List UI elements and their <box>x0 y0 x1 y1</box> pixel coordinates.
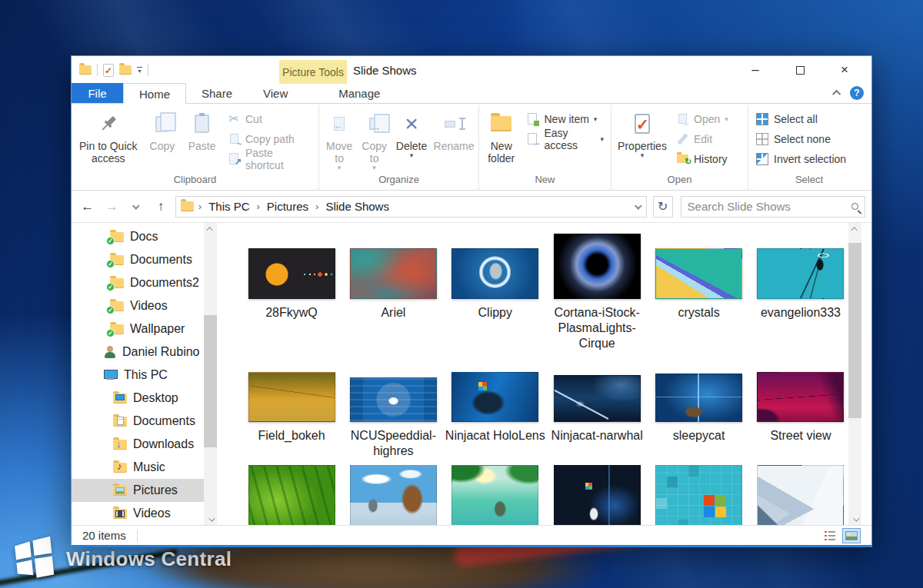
cut-button[interactable]: ✂ Cut <box>227 110 312 128</box>
file-item[interactable]: Cortana-iStock-PlasmaLights-Cirque <box>547 233 647 351</box>
paste-button[interactable]: Paste <box>182 107 222 152</box>
copy-button[interactable]: Copy <box>143 107 182 152</box>
file-item[interactable]: Ninjacat-narwhal <box>547 372 647 459</box>
search-input[interactable] <box>688 200 851 213</box>
sidebar-item-videos-onedrive[interactable]: ✓ Videos <box>72 294 204 317</box>
status-bar: 20 items <box>72 525 871 545</box>
sidebar-item-wallpaper[interactable]: ✓ Wallpaper <box>72 317 204 341</box>
sidebar-item-this-pc[interactable]: This PC <box>72 364 204 387</box>
copy-path-button[interactable]: ~ Copy path <box>227 130 312 148</box>
sidebar-item-desktop[interactable]: Desktop <box>72 387 204 410</box>
tab-home[interactable]: Home <box>123 83 186 104</box>
sidebar-item-user-profile[interactable]: Daniel Rubino <box>72 341 204 364</box>
file-item[interactable] <box>751 465 848 525</box>
qat-new-folder-button[interactable] <box>119 65 132 75</box>
close-button[interactable]: × <box>822 56 867 84</box>
tab-file[interactable]: File <box>72 83 123 103</box>
properties-button[interactable]: ✓ Properties ▾ <box>614 107 671 158</box>
search-icon[interactable] <box>851 203 858 210</box>
main-scrollbar[interactable] <box>848 223 861 525</box>
move-to-button[interactable]: ← Move to ▾ <box>322 107 357 171</box>
edit-icon <box>675 132 689 146</box>
sidebar-item-videos-pc[interactable]: Videos <box>72 502 204 525</box>
scrollbar-thumb[interactable] <box>204 315 217 447</box>
delete-button[interactable]: × Delete ▾ <box>392 107 432 158</box>
tab-share[interactable]: Share <box>186 83 248 103</box>
new-item-button[interactable]: New item ▾ <box>525 110 604 128</box>
back-button[interactable]: ← <box>78 197 98 217</box>
breadcrumb-chevron[interactable]: › <box>197 201 203 212</box>
scroll-up-button[interactable] <box>848 223 861 234</box>
file-item[interactable] <box>445 465 545 525</box>
content-area: ✓ Docs ✓ Documents ✓ Documents2 ✓ Videos… <box>72 223 871 525</box>
edit-button[interactable]: Edit <box>675 130 728 148</box>
breadcrumb-chevron[interactable]: › <box>255 201 262 212</box>
help-button[interactable]: ? <box>850 86 864 100</box>
file-item[interactable] <box>343 465 443 525</box>
invert-selection-button[interactable]: Invert selection <box>755 150 846 168</box>
file-item[interactable]: sleepycat <box>649 372 749 459</box>
sidebar-scrollbar[interactable] <box>204 223 217 525</box>
sync-check-badge: ✓ <box>106 237 115 245</box>
file-item[interactable]: crystals <box>649 233 749 351</box>
organize-group: ← Move to ▾ → Copy to ▾ × Delete ▾ <box>319 105 479 190</box>
sidebar-item-music[interactable]: ♪ Music <box>72 456 204 479</box>
file-item[interactable]: 28FkywQ <box>242 233 342 351</box>
file-item[interactable] <box>242 465 342 525</box>
chevron-down-icon: ▾ <box>641 152 645 158</box>
file-row: 28FkywQ Ariel Clippy Cortana-iStock-Plas… <box>242 233 848 351</box>
file-item[interactable] <box>547 465 647 525</box>
sidebar-item-downloads[interactable]: ↓ Downloads <box>72 433 204 456</box>
file-item[interactable]: Ninjacat HoloLens <box>445 372 545 459</box>
collapse-ribbon-icon[interactable] <box>832 90 841 98</box>
recent-locations-button[interactable] <box>126 197 146 217</box>
tab-view[interactable]: View <box>248 83 303 103</box>
sidebar-item-documents[interactable]: ✓ Documents <box>72 248 204 271</box>
details-view-button[interactable] <box>821 528 839 543</box>
breadcrumb-chevron[interactable]: › <box>314 201 320 212</box>
sidebar-item-pictures[interactable]: Pictures <box>72 479 204 502</box>
sidebar-item-docs[interactable]: ✓ Docs <box>72 225 204 248</box>
up-button[interactable]: ↑ <box>151 197 171 217</box>
search-box[interactable] <box>681 196 865 218</box>
thumbnail-view-button[interactable] <box>842 528 861 543</box>
rename-button[interactable]: Rename <box>432 107 476 152</box>
scroll-down-button[interactable] <box>848 513 861 525</box>
file-item[interactable] <box>649 465 749 525</box>
minimize-button[interactable]: – <box>733 56 778 84</box>
file-item[interactable]: Ariel <box>343 233 443 351</box>
address-dropdown-icon[interactable] <box>635 202 642 210</box>
qat-properties-button[interactable]: ✓ <box>103 64 114 77</box>
select-none-button[interactable]: Select none <box>755 130 846 148</box>
scrollbar-thumb[interactable] <box>848 243 861 418</box>
file-thumbnail <box>350 465 437 525</box>
easy-access-button[interactable]: → Easy access ▾ <box>525 130 604 148</box>
history-button[interactable]: ↻ History <box>675 150 728 168</box>
file-item[interactable]: NCUSpeeddial-highres <box>343 372 443 459</box>
title-bar[interactable]: ✓ ▾ Picture Tools Slide Shows – × <box>72 56 871 84</box>
select-all-button[interactable]: Select all <box>755 110 846 128</box>
tab-manage[interactable]: Manage <box>325 83 394 103</box>
open-button[interactable]: → Open ▾ <box>675 110 728 128</box>
scroll-up-button[interactable] <box>204 223 217 234</box>
view-switcher <box>821 528 861 543</box>
sidebar-item-documents2[interactable]: ✓ Documents2 <box>72 271 204 294</box>
breadcrumb-this-pc[interactable]: This PC <box>206 200 252 213</box>
breadcrumb-slide-shows[interactable]: Slide Shows <box>323 200 392 213</box>
breadcrumb-pictures[interactable]: Pictures <box>265 200 311 213</box>
paste-shortcut-button[interactable]: ↗ Paste shortcut <box>227 150 312 168</box>
file-item[interactable]: Field_bokeh <box>242 372 342 459</box>
copy-to-button[interactable]: → Copy to ▾ <box>357 107 392 171</box>
new-folder-button[interactable]: New folder <box>481 107 521 164</box>
maximize-button[interactable] <box>778 56 822 84</box>
file-item[interactable]: Clippy <box>445 233 545 351</box>
sidebar-item-documents-pc[interactable]: Documents <box>72 410 204 433</box>
qat-customize-button[interactable]: ▾ <box>137 67 142 73</box>
refresh-button[interactable]: ↻ <box>653 196 673 218</box>
forward-button[interactable]: → <box>102 197 122 217</box>
file-item[interactable]: Street view <box>751 372 848 459</box>
pin-to-quick-access-button[interactable]: Pin to Quick access <box>74 107 143 164</box>
file-item[interactable]: evangelion333 <box>751 233 848 351</box>
scroll-down-button[interactable] <box>204 513 217 525</box>
address-box[interactable]: › This PC › Pictures › Slide Shows <box>175 196 647 218</box>
